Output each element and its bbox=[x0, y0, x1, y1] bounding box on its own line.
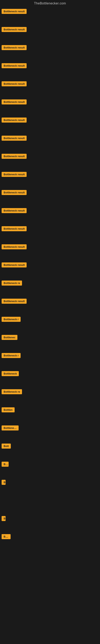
bottleneck-badge: Bottlenec bbox=[1, 335, 17, 340]
bottleneck-badge: B bbox=[1, 480, 6, 485]
bottleneck-item-11[interactable]: Bottleneck result bbox=[1, 188, 99, 206]
bottleneck-item-20[interactable]: Bottleneck r bbox=[1, 351, 99, 369]
bottleneck-badge: Bottleneck result bbox=[1, 299, 27, 304]
bottleneck-badge: Bottleneck result bbox=[1, 244, 27, 249]
bottleneck-item-25[interactable]: Bott bbox=[1, 442, 99, 460]
bottleneck-item-14[interactable]: Bottleneck result bbox=[1, 242, 99, 260]
bottleneck-badge: Bottlen bbox=[1, 407, 15, 412]
bottleneck-badge: Bottleneck bbox=[1, 426, 19, 430]
bottleneck-badge: Bottleneck result bbox=[1, 81, 27, 86]
bottleneck-badge: Bottleneck result bbox=[1, 190, 27, 195]
bottleneck-badge: Bott bbox=[1, 534, 11, 539]
bottleneck-item-28[interactable] bbox=[1, 496, 99, 514]
bottleneck-badge: Bottleneck re bbox=[1, 389, 22, 394]
bottleneck-item-24[interactable]: Bottleneck bbox=[1, 424, 99, 442]
bottleneck-item-4[interactable]: Bottleneck result bbox=[1, 61, 99, 79]
bottleneck-badge: Bottleneck result bbox=[1, 118, 27, 122]
bottleneck-badge: Bo bbox=[1, 462, 9, 467]
bottleneck-badge: Bottleneck result bbox=[1, 208, 27, 213]
bottleneck-item-23[interactable]: Bottlen bbox=[1, 405, 99, 424]
bottleneck-badge: B bbox=[1, 516, 6, 521]
bottleneck-item-2[interactable]: Bottleneck result bbox=[1, 25, 99, 43]
bottleneck-badge: Bottleneck result bbox=[1, 154, 27, 159]
bottleneck-item-19[interactable]: Bottlenec bbox=[1, 333, 99, 351]
bottleneck-item-26[interactable]: Bo bbox=[1, 460, 99, 478]
bottleneck-item-5[interactable]: Bottleneck result bbox=[1, 79, 99, 98]
bottleneck-item-15[interactable]: Bottleneck result bbox=[1, 260, 99, 278]
bottleneck-badge: Bottleneck r bbox=[1, 353, 21, 358]
bottleneck-badge: Bottleneck result bbox=[1, 9, 27, 14]
bottleneck-item-21[interactable]: Bottleneck bbox=[1, 369, 99, 387]
bottleneck-item-27[interactable]: B bbox=[1, 478, 99, 496]
bottleneck-badge: Bottleneck re bbox=[1, 280, 22, 286]
bottleneck-item-30[interactable]: Bott bbox=[1, 532, 99, 550]
bottleneck-badge: Bottleneck result bbox=[1, 172, 27, 177]
bottleneck-badge: Bottleneck result bbox=[1, 63, 27, 68]
bottleneck-item-17[interactable]: Bottleneck result bbox=[1, 297, 99, 315]
site-title: TheBottlenecker.com bbox=[1, 0, 99, 7]
bottleneck-item-7[interactable]: Bottleneck result bbox=[1, 116, 99, 134]
bottleneck-badge: Bottleneck r bbox=[1, 317, 21, 322]
bottleneck-item-22[interactable]: Bottleneck re bbox=[1, 387, 99, 405]
bottleneck-item-1[interactable]: Bottleneck result bbox=[1, 7, 99, 25]
bottleneck-item-12[interactable]: Bottleneck result bbox=[1, 206, 99, 224]
bottleneck-item-3[interactable]: Bottleneck result bbox=[1, 43, 99, 61]
bottleneck-item-6[interactable]: Bottleneck result bbox=[1, 98, 99, 116]
bottleneck-item-18[interactable]: Bottleneck r bbox=[1, 315, 99, 333]
bottleneck-item-16[interactable]: Bottleneck re bbox=[1, 278, 99, 297]
bottleneck-badge: Bottleneck bbox=[1, 371, 19, 376]
bottleneck-item-13[interactable]: Bottleneck result bbox=[1, 224, 99, 242]
bottleneck-item-9[interactable]: Bottleneck result bbox=[1, 152, 99, 170]
bottleneck-badge: Bottleneck result bbox=[1, 226, 27, 231]
bottleneck-badge: Bottleneck result bbox=[1, 27, 27, 32]
bottleneck-badge: Bott bbox=[1, 444, 11, 448]
bottleneck-badge: Bottleneck result bbox=[1, 100, 27, 104]
bottleneck-item-29[interactable]: B bbox=[1, 514, 99, 532]
bottleneck-badge: Bottleneck result bbox=[1, 136, 27, 141]
bottleneck-item-10[interactable]: Bottleneck result bbox=[1, 170, 99, 188]
bottleneck-item-8[interactable]: Bottleneck result bbox=[1, 134, 99, 152]
bottleneck-badge: Bottleneck result bbox=[1, 45, 27, 50]
bottleneck-badge: Bottleneck result bbox=[1, 262, 27, 268]
